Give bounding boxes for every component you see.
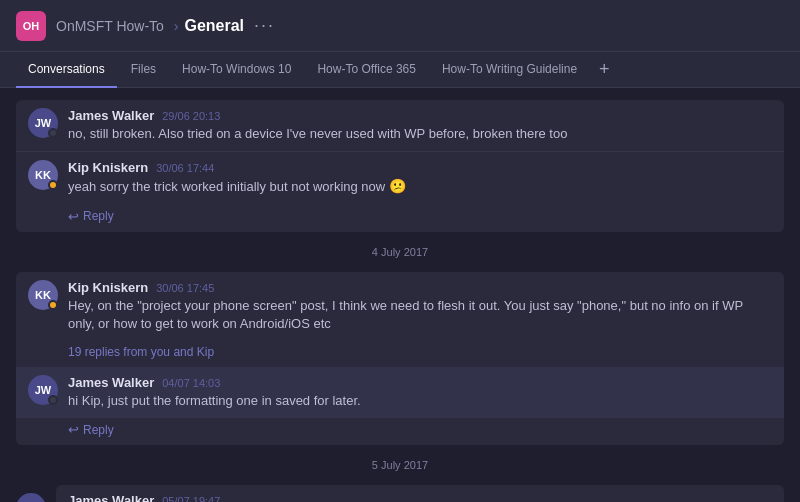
message-text: Hey, on the "project your phone screen" … [68,297,772,333]
reply-button[interactable]: ↩ Reply [68,422,114,437]
message-row: KK Kip Kniskern 30/06 17:44 yeah sorry t… [16,151,784,205]
message-header: James Walker 04/07 14:03 [68,375,772,390]
message-timestamp: 04/07 14:03 [162,377,220,389]
avatar-wrap: JW [28,375,58,405]
thread-1: JW James Walker 29/06 20:13 no, still br… [16,100,784,232]
avatar-wrap: KK [28,160,58,190]
thread-3-body: James Walker 05/07 19:47 Hey Kip, I just… [56,485,784,502]
message-header: Kip Kniskern 30/06 17:45 [68,280,772,295]
team-avatar: OH [16,11,46,41]
message-row: JW James Walker 04/07 14:03 hi Kip, just… [16,367,784,418]
presence-indicator [48,180,58,190]
header: OH OnMSFT How-To › General ··· [0,0,800,52]
message-header: James Walker 29/06 20:13 [68,108,772,123]
sender-name: James Walker [68,493,154,502]
more-options-button[interactable]: ··· [254,15,275,36]
sender-name: James Walker [68,375,154,390]
reply-row: ↩ Reply [16,418,784,445]
presence-indicator [48,300,58,310]
reply-icon: ↩ [68,209,79,224]
avatar-wrap: KK [28,280,58,310]
message-timestamp: 30/06 17:45 [156,282,214,294]
thread-3: JW James Walker 05/07 19:47 Hey Kip, I j… [0,481,800,502]
date-divider-1: 4 July 2017 [0,236,800,268]
message-body: James Walker 04/07 14:03 hi Kip, just pu… [68,375,772,410]
team-name: OnMSFT How-To [56,18,164,34]
message-body: Kip Kniskern 30/06 17:45 Hey, on the "pr… [68,280,772,333]
message-body: Kip Kniskern 30/06 17:44 yeah sorry the … [68,160,772,197]
message-text: hi Kip, just put the formatting one in s… [68,392,772,410]
avatar: JW [16,493,46,502]
tabs-bar: Conversations Files How-To Windows 10 Ho… [0,52,800,88]
channel-name: General [184,17,244,35]
thread-2: KK Kip Kniskern 30/06 17:45 Hey, on the … [16,272,784,446]
reply-icon: ↩ [68,422,79,437]
message-header: Kip Kniskern 30/06 17:44 [68,160,772,175]
message-timestamp: 29/06 20:13 [162,110,220,122]
message-timestamp: 30/06 17:44 [156,162,214,174]
reply-label: Reply [83,209,114,223]
date-divider-2: 5 July 2017 [0,449,800,481]
reply-row: ↩ Reply [16,205,784,232]
tab-how-to-windows[interactable]: How-To Windows 10 [170,52,303,88]
presence-indicator [48,128,58,138]
tab-conversations[interactable]: Conversations [16,52,117,88]
message-text: yeah sorry the trick worked initially bu… [68,177,772,197]
add-tab-button[interactable]: + [591,59,618,80]
presence-indicator [48,395,58,405]
tab-files[interactable]: Files [119,52,168,88]
message-row: JW James Walker 29/06 20:13 no, still br… [16,100,784,151]
message-header: James Walker 05/07 19:47 [68,493,772,502]
reply-button[interactable]: ↩ Reply [68,209,114,224]
emoji: 😕 [389,178,406,194]
tab-writing-guideline[interactable]: How-To Writing Guideline [430,52,589,88]
avatar-wrap: JW [28,108,58,138]
tab-how-to-office[interactable]: How-To Office 365 [305,52,428,88]
message-text: no, still broken. Also tried on a device… [68,125,772,143]
message-row: KK Kip Kniskern 30/06 17:45 Hey, on the … [16,272,784,341]
message-body: James Walker 29/06 20:13 no, still broke… [68,108,772,143]
message-card: James Walker 05/07 19:47 Hey Kip, I just… [56,485,784,502]
reply-label: Reply [83,423,114,437]
replies-link[interactable]: 19 replies from you and Kip [16,341,784,367]
sender-name: James Walker [68,108,154,123]
breadcrumb-separator: › [174,18,179,34]
message-timestamp: 05/07 19:47 [162,495,220,502]
breadcrumb: OnMSFT How-To › [56,18,184,34]
sender-name: Kip Kniskern [68,280,148,295]
avatar-wrap: JW [16,493,46,502]
conversations-content: JW James Walker 29/06 20:13 no, still br… [0,88,800,502]
sender-name: Kip Kniskern [68,160,148,175]
